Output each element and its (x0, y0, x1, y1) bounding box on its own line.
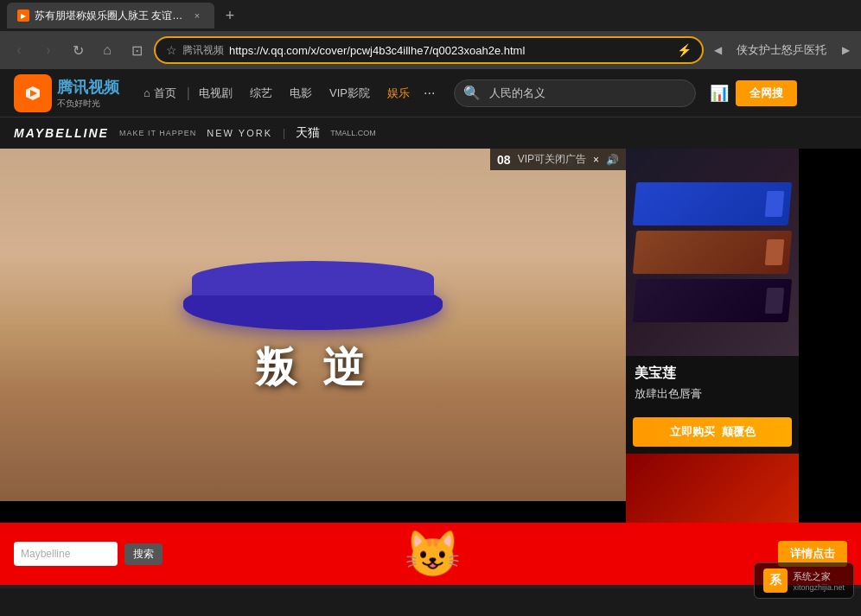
lipstick-cap-2 (765, 239, 785, 265)
address-prefix: 腾讯视频 (182, 43, 224, 58)
cat-tmall-bar: Maybelline 搜索 😺 详情点击 (0, 523, 861, 585)
header-right: 📊 全网搜 (710, 80, 797, 106)
nav-ent-item[interactable]: 娱乐 (379, 86, 418, 101)
logo-icon (14, 74, 52, 112)
video-player-area: MAYBELLINE MAKE IT HAPPEN NEW YORK | 天猫 … (0, 117, 861, 588)
forward-button[interactable]: › (36, 38, 61, 62)
stats-icon[interactable]: 📊 (710, 84, 729, 103)
right-buy-button[interactable]: 立即购买 颠覆色 (633, 417, 792, 447)
reload-icon: ↻ (73, 42, 84, 59)
site-nav: ⌂ 首页 | 电视剧 综艺 电影 VIP影院 娱乐 ··· (133, 86, 440, 101)
site-header: 腾讯视频 不负好时光 ⌂ 首页 | 电视剧 综艺 电影 VIP影院 娱乐 ···… (0, 69, 861, 117)
lipstick-blue (633, 182, 792, 225)
lightning-icon: ⚡ (677, 43, 692, 57)
tab-favicon: ▶ (17, 10, 29, 22)
browser-chrome: ▶ 苏有朋堪称娱乐圈人脉王 友谊竟... × + ‹ › ↻ ⌂ ⊡ ☆ 腾讯视… (0, 0, 861, 69)
active-tab[interactable]: ▶ 苏有朋堪称娱乐圈人脉王 友谊竟... × (7, 3, 214, 29)
xtj-text: 系统之家 xitongzhijia.net (793, 570, 845, 592)
vip-close-text[interactable]: VIP可关闭广告 (518, 152, 586, 167)
nav-variety-item[interactable]: 综艺 (241, 86, 281, 101)
upper-lip (192, 261, 434, 295)
ad-brand-bar: MAYBELLINE MAKE IT HAPPEN NEW YORK | 天猫 … (0, 117, 861, 149)
xtj-watermark: 系 系统之家 xitongzhijia.net (754, 562, 854, 599)
tencent-logo-svg (19, 79, 47, 107)
nav-movie-item[interactable]: 电影 (281, 86, 321, 101)
right-ad-panel: 美宝莲 放肆出色唇膏 立即购买 颠覆色 (626, 149, 799, 523)
star-icon: ☆ (166, 43, 177, 57)
home-nav-icon: ⌂ (144, 86, 150, 99)
nav-bar: ‹ › ↻ ⌂ ⊡ ☆ 腾讯视频 https://v.qq.com/x/cove… (0, 31, 861, 69)
video-display-wrapper: 叛 逆 广告 08 VIP可关闭广告 × 🔊 (0, 149, 861, 523)
search-icon: 🔍 (455, 85, 489, 101)
logo-text: 腾讯视频 不负好时光 (57, 77, 119, 110)
address-url-text[interactable]: https://v.qq.com/x/cover/pcwj4b3c4illhe7… (229, 44, 672, 57)
cat-emoji: 😺 (405, 528, 456, 581)
search-bar[interactable]: 🔍 人民的名义 (454, 79, 696, 107)
content-area: 腾讯视频 不负好时光 ⌂ 首页 | 电视剧 综艺 电影 VIP影院 娱乐 ···… (0, 69, 861, 588)
vip-close-button[interactable]: × (593, 154, 599, 166)
address-bar[interactable]: ☆ 腾讯视频 https://v.qq.com/x/cover/pcwj4b3c… (154, 36, 704, 64)
nav-right-site: 侠女护士怒乒医托 (730, 42, 833, 58)
vip-countdown: 08 (497, 153, 511, 167)
home-button[interactable]: ⌂ (95, 38, 119, 62)
vip-bar: 08 VIP可关闭广告 × 🔊 (490, 149, 626, 170)
video-section: MAYBELLINE MAKE IT HAPPEN NEW YORK | 天猫 … (0, 117, 861, 588)
video-controls: ▶ 584.2万次专辑播放 ⟳ 分享 ↓ 下载视频 □ 手机看 3弹幕 ● ☺ … (0, 585, 861, 588)
site-logo: 腾讯视频 不负好时光 (14, 74, 119, 112)
nav-home-item[interactable]: ⌂ 首页 (133, 86, 187, 101)
xtj-url: xitongzhijia.net (793, 583, 845, 592)
home-icon: ⌂ (103, 42, 112, 58)
new-tab-button[interactable]: + (218, 3, 242, 28)
logo-sub-text: 不负好时光 (57, 98, 119, 110)
cover-text: 颠覆色 (722, 424, 756, 440)
video-ad-display[interactable]: 叛 逆 广告 08 VIP可关闭广告 × 🔊 (0, 149, 626, 501)
lipstick-cap-3 (765, 288, 785, 314)
rebellion-text: 叛 逆 (255, 340, 370, 396)
nav-right-arrow-right[interactable]: ▶ (837, 41, 854, 59)
search-input[interactable]: 人民的名义 (489, 86, 695, 101)
buy-text: 立即购买 (670, 424, 715, 440)
bookmark-button[interactable]: ⊡ (124, 38, 149, 62)
logo-main-text: 腾讯视频 (57, 77, 119, 98)
xtj-logo-icon: 系 (763, 568, 788, 593)
tab-title: 苏有朋堪称娱乐圈人脉王 友谊竟... (35, 9, 185, 23)
back-button[interactable]: ‹ (7, 38, 31, 62)
right-ad-text-area: 美宝莲 放肆出色唇膏 (626, 356, 799, 410)
right-lipsticks-display (626, 149, 799, 356)
new-york-text: NEW YORK (207, 128, 272, 138)
nav-vip-item[interactable]: VIP影院 (321, 86, 379, 101)
right-brand-name: 美宝莲 (635, 365, 790, 383)
lipstick-brown (633, 231, 792, 274)
site-container: 腾讯视频 不负好时光 ⌂ 首页 | 电视剧 综艺 电影 VIP影院 娱乐 ···… (0, 69, 861, 588)
back-icon: ‹ (16, 42, 21, 58)
tab-close-button[interactable]: × (190, 9, 204, 22)
maybelline-sub: MAKE IT HAPPEN (119, 129, 196, 137)
nav-more-icon[interactable]: ··· (418, 86, 440, 101)
right-ad-bottom (626, 454, 799, 523)
nav-tv-item[interactable]: 电视剧 (190, 86, 241, 101)
nav-right-arrow-left[interactable]: ◀ (709, 41, 726, 59)
tab-bar: ▶ 苏有朋堪称娱乐圈人脉王 友谊竟... × + (0, 0, 861, 31)
lipstick-list (626, 174, 799, 331)
cat-search-input[interactable]: Maybelline (14, 542, 118, 566)
separator: | (283, 127, 285, 139)
nav-right: ◀ 侠女护士怒乒医托 ▶ (709, 41, 854, 59)
xtj-name: 系统之家 (793, 570, 845, 583)
forward-icon: › (46, 42, 50, 58)
cat-search-button[interactable]: 搜索 (124, 543, 163, 565)
cat-input-area: Maybelline 搜索 (14, 542, 163, 566)
search-all-button[interactable]: 全网搜 (736, 80, 797, 106)
home-nav-label: 首页 (154, 86, 176, 101)
lipstick-cap (765, 191, 785, 217)
tmall-url: TMALL.COM (330, 129, 376, 137)
maybelline-logo-text: MAYBELLINE (14, 126, 109, 140)
volume-icon[interactable]: 🔊 (606, 154, 619, 166)
lipstick-dark (633, 279, 792, 322)
bookmark-icon: ⊡ (131, 42, 143, 59)
reload-button[interactable]: ↻ (66, 38, 90, 62)
tianmao-logo: 天猫 (296, 125, 320, 141)
right-slogan: 放肆出色唇膏 (635, 386, 790, 402)
